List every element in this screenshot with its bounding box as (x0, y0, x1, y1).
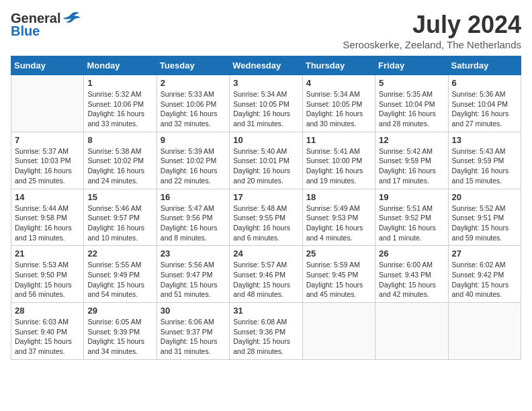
day-info: Sunrise: 6:02 AM Sunset: 9:42 PM Dayligh… (452, 260, 517, 300)
day-number: 17 (233, 192, 298, 202)
calendar-day-cell: 21Sunrise: 5:53 AM Sunset: 9:50 PM Dayli… (11, 246, 84, 303)
weekday-header: Wednesday (230, 56, 302, 75)
day-info: Sunrise: 5:41 AM Sunset: 10:00 PM Daylig… (306, 146, 371, 186)
day-info: Sunrise: 5:48 AM Sunset: 9:55 PM Dayligh… (233, 203, 298, 243)
day-number: 28 (15, 306, 80, 316)
day-number: 13 (452, 135, 517, 145)
day-info: Sunrise: 5:34 AM Sunset: 10:05 PM Daylig… (306, 89, 371, 129)
calendar-day-cell: 26Sunrise: 6:00 AM Sunset: 9:43 PM Dayli… (375, 246, 448, 303)
day-number: 5 (379, 78, 444, 88)
day-info: Sunrise: 5:56 AM Sunset: 9:47 PM Dayligh… (161, 260, 226, 300)
calendar-day-cell: 12Sunrise: 5:42 AM Sunset: 9:59 PM Dayli… (375, 132, 448, 189)
day-number: 14 (15, 192, 80, 202)
calendar-day-cell (375, 303, 448, 360)
calendar-day-cell: 22Sunrise: 5:55 AM Sunset: 9:49 PM Dayli… (84, 246, 157, 303)
calendar-day-cell: 8Sunrise: 5:38 AM Sunset: 10:02 PM Dayli… (84, 132, 157, 189)
day-number: 10 (233, 135, 298, 145)
day-number: 4 (306, 78, 371, 88)
calendar-day-cell: 3Sunrise: 5:34 AM Sunset: 10:05 PM Dayli… (230, 75, 302, 132)
logo-block: General Blue (11, 11, 81, 39)
day-number: 20 (452, 192, 517, 202)
day-info: Sunrise: 5:53 AM Sunset: 9:50 PM Dayligh… (15, 260, 80, 300)
day-info: Sunrise: 5:47 AM Sunset: 9:56 PM Dayligh… (161, 203, 226, 243)
day-info: Sunrise: 5:51 AM Sunset: 9:52 PM Dayligh… (379, 203, 444, 243)
day-info: Sunrise: 5:36 AM Sunset: 10:04 PM Daylig… (452, 89, 517, 129)
day-number: 22 (87, 248, 152, 259)
day-number: 19 (379, 192, 444, 202)
weekday-header: Tuesday (157, 56, 229, 75)
calendar-day-cell: 25Sunrise: 5:59 AM Sunset: 9:45 PM Dayli… (302, 246, 375, 303)
calendar-day-cell: 17Sunrise: 5:48 AM Sunset: 9:55 PM Dayli… (230, 189, 302, 246)
calendar-day-cell (302, 303, 375, 360)
calendar-week-row: 28Sunrise: 6:03 AM Sunset: 9:40 PM Dayli… (11, 303, 521, 360)
day-number: 31 (233, 306, 298, 316)
day-number: 30 (161, 306, 226, 316)
day-info: Sunrise: 5:40 AM Sunset: 10:01 PM Daylig… (233, 146, 298, 186)
day-info: Sunrise: 5:38 AM Sunset: 10:02 PM Daylig… (87, 146, 152, 186)
weekday-header: Thursday (302, 56, 375, 75)
calendar-day-cell: 9Sunrise: 5:39 AM Sunset: 10:02 PM Dayli… (157, 132, 229, 189)
day-number: 9 (161, 135, 226, 145)
calendar-day-cell: 5Sunrise: 5:35 AM Sunset: 10:04 PM Dayli… (375, 75, 448, 132)
day-number: 15 (87, 192, 152, 202)
logo-blue-text: Blue (11, 24, 40, 39)
calendar-day-cell: 7Sunrise: 5:37 AM Sunset: 10:03 PM Dayli… (11, 132, 84, 189)
day-number: 2 (161, 78, 226, 88)
calendar-day-cell: 1Sunrise: 5:32 AM Sunset: 10:06 PM Dayli… (84, 75, 157, 132)
day-info: Sunrise: 5:34 AM Sunset: 10:05 PM Daylig… (233, 89, 298, 129)
day-info: Sunrise: 5:44 AM Sunset: 9:58 PM Dayligh… (15, 203, 80, 243)
day-number: 27 (452, 248, 517, 259)
weekday-header: Monday (84, 56, 157, 75)
day-info: Sunrise: 6:08 AM Sunset: 9:36 PM Dayligh… (233, 317, 298, 357)
day-info: Sunrise: 5:32 AM Sunset: 10:06 PM Daylig… (87, 89, 152, 129)
calendar-week-row: 14Sunrise: 5:44 AM Sunset: 9:58 PM Dayli… (11, 189, 521, 246)
calendar-day-cell: 27Sunrise: 6:02 AM Sunset: 9:42 PM Dayli… (448, 246, 521, 303)
calendar-day-cell: 30Sunrise: 6:06 AM Sunset: 9:37 PM Dayli… (157, 303, 229, 360)
day-number: 23 (161, 248, 226, 259)
day-info: Sunrise: 5:42 AM Sunset: 9:59 PM Dayligh… (379, 146, 444, 186)
day-info: Sunrise: 6:03 AM Sunset: 9:40 PM Dayligh… (15, 317, 80, 357)
location-subtitle: Serooskerke, Zeeland, The Netherlands (343, 39, 521, 50)
day-number: 29 (87, 306, 152, 316)
calendar-day-cell: 4Sunrise: 5:34 AM Sunset: 10:05 PM Dayli… (302, 75, 375, 132)
weekday-header: Saturday (448, 56, 521, 75)
calendar-day-cell: 18Sunrise: 5:49 AM Sunset: 9:53 PM Dayli… (302, 189, 375, 246)
day-info: Sunrise: 6:00 AM Sunset: 9:43 PM Dayligh… (379, 260, 444, 300)
day-number: 18 (306, 192, 371, 202)
day-number: 24 (233, 248, 298, 259)
logo: General Blue (11, 11, 81, 39)
calendar-day-cell: 28Sunrise: 6:03 AM Sunset: 9:40 PM Dayli… (11, 303, 84, 360)
calendar-day-cell: 2Sunrise: 5:33 AM Sunset: 10:06 PM Dayli… (157, 75, 229, 132)
day-info: Sunrise: 5:39 AM Sunset: 10:02 PM Daylig… (161, 146, 226, 186)
day-number: 12 (379, 135, 444, 145)
calendar-day-cell: 24Sunrise: 5:57 AM Sunset: 9:46 PM Dayli… (230, 246, 302, 303)
calendar-day-cell: 11Sunrise: 5:41 AM Sunset: 10:00 PM Dayl… (302, 132, 375, 189)
logo-bird-icon (62, 11, 81, 26)
day-info: Sunrise: 5:57 AM Sunset: 9:46 PM Dayligh… (233, 260, 298, 300)
calendar-table: SundayMondayTuesdayWednesdayThursdayFrid… (11, 56, 521, 360)
calendar-day-cell: 23Sunrise: 5:56 AM Sunset: 9:47 PM Dayli… (157, 246, 229, 303)
calendar-week-row: 7Sunrise: 5:37 AM Sunset: 10:03 PM Dayli… (11, 132, 521, 189)
calendar-day-cell: 16Sunrise: 5:47 AM Sunset: 9:56 PM Dayli… (157, 189, 229, 246)
day-info: Sunrise: 5:46 AM Sunset: 9:57 PM Dayligh… (87, 203, 152, 243)
day-number: 21 (15, 248, 80, 259)
weekday-header: Friday (375, 56, 448, 75)
calendar-day-cell: 10Sunrise: 5:40 AM Sunset: 10:01 PM Dayl… (230, 132, 302, 189)
calendar-day-cell: 13Sunrise: 5:43 AM Sunset: 9:59 PM Dayli… (448, 132, 521, 189)
day-info: Sunrise: 5:37 AM Sunset: 10:03 PM Daylig… (15, 146, 80, 186)
calendar-day-cell: 29Sunrise: 6:05 AM Sunset: 9:39 PM Dayli… (84, 303, 157, 360)
day-number: 8 (87, 135, 152, 145)
day-info: Sunrise: 6:06 AM Sunset: 9:37 PM Dayligh… (161, 317, 226, 357)
calendar-day-cell: 20Sunrise: 5:52 AM Sunset: 9:51 PM Dayli… (448, 189, 521, 246)
calendar-week-row: 1Sunrise: 5:32 AM Sunset: 10:06 PM Dayli… (11, 75, 521, 132)
day-number: 16 (161, 192, 226, 202)
title-block: July 2024 Serooskerke, Zeeland, The Neth… (343, 11, 521, 50)
calendar-week-row: 21Sunrise: 5:53 AM Sunset: 9:50 PM Dayli… (11, 246, 521, 303)
day-number: 6 (452, 78, 517, 88)
calendar-day-cell (11, 75, 84, 132)
day-info: Sunrise: 5:59 AM Sunset: 9:45 PM Dayligh… (306, 260, 371, 300)
month-year-title: July 2024 (343, 11, 521, 39)
calendar-day-cell: 31Sunrise: 6:08 AM Sunset: 9:36 PM Dayli… (230, 303, 302, 360)
calendar-day-cell (448, 303, 521, 360)
weekday-header: Sunday (11, 56, 84, 75)
